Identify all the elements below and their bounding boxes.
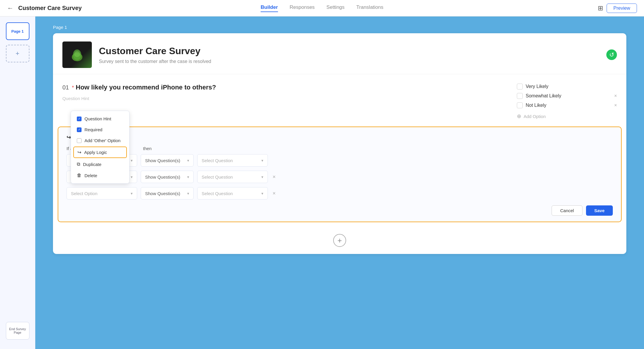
survey-description: Survey sent to the customer after the ca…: [99, 59, 606, 64]
apply-logic-icon-header: ↪: [67, 134, 71, 141]
option-label-somewhat-likely: Somewhat Likely: [526, 93, 609, 99]
option-label-very-likely: Very Likely: [526, 84, 617, 89]
tab-translations[interactable]: Translations: [356, 4, 384, 12]
apply-logic-footer: Cancel Save: [67, 205, 613, 216]
duplicate-icon: ⧉: [77, 162, 80, 167]
survey-logo: [62, 41, 92, 68]
logic-row3-option-placeholder: Select Option: [71, 191, 97, 196]
apply-logic-panel: ↪ Apply Logic If answer is then Select O…: [58, 127, 622, 222]
question-hint: Question Hint: [62, 96, 505, 101]
survey-card: Customer Care Survey Survey sent to the …: [53, 33, 626, 254]
back-button[interactable]: ←: [7, 4, 14, 12]
logic-row1-action-value: Show Question(s): [145, 158, 180, 163]
logic-row3-question-select[interactable]: Select Question ▾: [197, 187, 268, 200]
context-menu-required[interactable]: ✓ Required: [71, 124, 129, 135]
logic-row2-question-select[interactable]: Select Question ▾: [197, 171, 268, 183]
checkbox-question-hint: ✓: [77, 117, 82, 121]
option-x-somewhat-likely[interactable]: ×: [614, 93, 617, 99]
question-right: Very Likely Somewhat Likely × Not Likely…: [517, 84, 617, 119]
option-checkbox-somewhat-likely[interactable]: [517, 93, 523, 99]
question-section: 01 * How likely you recommend iPhone to …: [53, 74, 626, 119]
logic-row-3: Select Option ▾ Show Question(s) ▾ Selec…: [67, 187, 613, 200]
logic-row1-question-placeholder: Select Question: [202, 158, 233, 163]
header-right: ⊞ Preview: [598, 4, 637, 13]
context-menu-apply-logic-label: Apply Logic: [84, 150, 107, 155]
chevron-down-icon: ▾: [261, 191, 263, 196]
refresh-icon: ↺: [606, 49, 617, 60]
chevron-down-icon: ▾: [261, 158, 263, 163]
survey-title: Customer Care Survey: [99, 46, 606, 56]
context-menu-delete[interactable]: 🗑 Delete: [71, 170, 129, 181]
context-menu-add-other[interactable]: Add 'Other' Option: [71, 135, 129, 146]
chevron-down-icon: ▾: [187, 158, 189, 163]
chevron-down-icon: ▾: [187, 191, 189, 196]
main-layout: Page 1 + End Survey Page Page 1 ✓ Questi…: [0, 16, 644, 349]
page-label: Page 1: [53, 25, 626, 30]
survey-header: Customer Care Survey Survey sent to the …: [53, 33, 626, 74]
context-menu-duplicate[interactable]: ⧉ Duplicate: [71, 159, 129, 170]
grid-icon[interactable]: ⊞: [598, 4, 603, 12]
add-question-button[interactable]: +: [333, 234, 346, 247]
sidebar-page1[interactable]: Page 1: [6, 22, 29, 40]
logic-row3-question-placeholder: Select Question: [202, 191, 233, 196]
add-question-icon: +: [337, 236, 342, 245]
logic-row-1: Select Option ▾ Show Question(s) ▾ Selec…: [67, 154, 613, 167]
option-row-very-likely: Very Likely: [517, 84, 617, 89]
context-menu-question-hint-label: Question Hint: [84, 116, 111, 121]
apply-logic-icon: ↪: [77, 149, 81, 155]
checkbox-add-other: [77, 138, 82, 143]
delete-icon: 🗑: [77, 173, 82, 178]
logic-row1-question-select[interactable]: Select Question ▾: [197, 154, 268, 167]
sidebar: Page 1 + End Survey Page: [0, 16, 35, 349]
context-menu-add-other-label: Add 'Other' Option: [84, 138, 120, 143]
context-menu: ✓ Question Hint ✓ Required Add 'Other' O…: [71, 111, 130, 184]
option-checkbox-not-likely[interactable]: [517, 102, 523, 108]
add-option-circle-icon: ⊕: [517, 113, 521, 119]
option-row-not-likely: Not Likely ×: [517, 102, 617, 108]
context-menu-question-hint[interactable]: ✓ Question Hint: [71, 113, 129, 124]
logic-row2-remove-button[interactable]: ×: [273, 174, 276, 180]
survey-refresh[interactable]: ↺: [606, 49, 617, 60]
logic-row3-action-value: Show Question(s): [145, 191, 180, 196]
question-number: 01: [62, 84, 69, 91]
survey-logo-image: [68, 46, 86, 64]
add-page-icon: +: [16, 50, 19, 57]
tab-builder[interactable]: Builder: [260, 4, 278, 12]
chevron-down-icon: ▾: [131, 191, 133, 196]
preview-button[interactable]: Preview: [607, 4, 637, 13]
content-area: Page 1 ✓ Question Hint ✓ Required Add 'O…: [35, 16, 644, 349]
option-row-somewhat-likely: Somewhat Likely ×: [517, 93, 617, 99]
survey-title-area: Customer Care Survey Survey sent to the …: [99, 46, 606, 64]
apply-logic-header: ↪ Apply Logic: [67, 134, 613, 141]
context-menu-duplicate-label: Duplicate: [83, 162, 102, 167]
sidebar-end-survey[interactable]: End Survey Page: [6, 322, 29, 340]
sidebar-add-page[interactable]: +: [6, 45, 29, 62]
logic-row2-action-value: Show Question(s): [145, 174, 180, 180]
page-title: Customer Care Survey: [18, 5, 82, 11]
logic-row1-action-select[interactable]: Show Question(s) ▾: [141, 154, 194, 167]
chevron-down-icon: ▾: [261, 175, 263, 179]
chevron-down-icon: ▾: [131, 158, 133, 163]
logic-row3-remove-button[interactable]: ×: [273, 190, 276, 197]
then-label: then: [141, 146, 194, 151]
add-option-button[interactable]: ⊕ Add Option: [517, 113, 617, 119]
option-x-not-likely[interactable]: ×: [614, 103, 617, 108]
tab-settings[interactable]: Settings: [326, 4, 344, 12]
logic-row3-action-select[interactable]: Show Question(s) ▾: [141, 187, 194, 200]
logic-row2-action-select[interactable]: Show Question(s) ▾: [141, 171, 194, 183]
header: ← Customer Care Survey Builder Responses…: [0, 0, 644, 16]
option-label-not-likely: Not Likely: [526, 103, 609, 108]
context-menu-delete-label: Delete: [84, 173, 97, 178]
option-checkbox-very-likely[interactable]: [517, 84, 523, 89]
checkbox-required: ✓: [77, 127, 82, 132]
save-button[interactable]: Save: [586, 205, 613, 216]
logic-row2-question-placeholder: Select Question: [202, 174, 233, 180]
context-menu-apply-logic[interactable]: ↪ Apply Logic: [73, 147, 127, 158]
tab-responses[interactable]: Responses: [290, 4, 315, 12]
context-menu-required-label: Required: [84, 127, 102, 132]
chevron-down-icon: ▾: [187, 175, 189, 179]
question-text: How likely you recommend iPhone to other…: [76, 84, 216, 91]
add-option-label: Add Option: [524, 114, 546, 119]
logic-row3-option-select[interactable]: Select Option ▾: [67, 187, 137, 200]
cancel-button[interactable]: Cancel: [552, 205, 582, 216]
